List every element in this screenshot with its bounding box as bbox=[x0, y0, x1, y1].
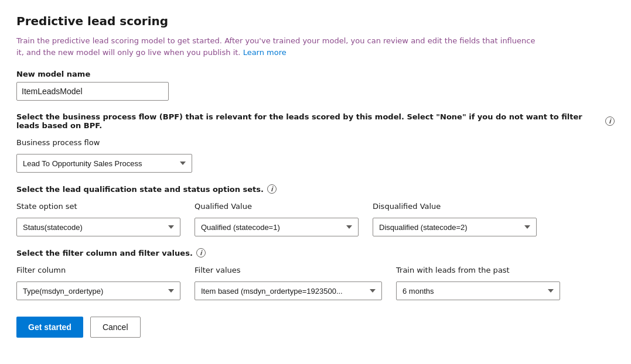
learn-more-link[interactable]: Learn more bbox=[243, 48, 286, 57]
cancel-button[interactable]: Cancel bbox=[90, 317, 141, 338]
model-name-label: New model name bbox=[16, 70, 615, 78]
get-started-button[interactable]: Get started bbox=[16, 317, 83, 338]
button-row: Get started Cancel bbox=[16, 317, 615, 338]
qualified-dropdown[interactable]: Qualified (statecode=1) bbox=[195, 218, 359, 236]
model-name-section: New model name bbox=[16, 70, 615, 101]
filter-col-dropdown[interactable]: Type(msdyn_ordertype) bbox=[16, 281, 180, 300]
filter-val-dropdown[interactable]: Item based (msdyn_ordertype=1923500... bbox=[195, 281, 382, 300]
disqualified-dropdown[interactable]: Disqualified (statecode=2) bbox=[373, 218, 537, 236]
train-label: Train with leads from the past bbox=[396, 266, 560, 274]
bpf-info-icon[interactable]: i bbox=[605, 116, 615, 126]
bpf-label: Business process flow bbox=[16, 138, 615, 147]
qualification-section: Select the lead qualification state and … bbox=[16, 184, 615, 236]
filter-val-dropdown-group: Filter values Item based (msdyn_ordertyp… bbox=[195, 266, 382, 300]
qualified-label: Qualified Value bbox=[195, 202, 359, 211]
model-name-input[interactable] bbox=[16, 82, 169, 101]
qualification-dropdowns-row: State option set Status(statecode) Quali… bbox=[16, 202, 615, 236]
description-text: Train the predictive lead scoring model … bbox=[16, 35, 544, 58]
bpf-section: Select the business process flow (BPF) t… bbox=[16, 112, 615, 173]
filter-col-dropdown-group: Filter column Type(msdyn_ordertype) bbox=[16, 266, 180, 300]
filter-col-label: Filter column bbox=[16, 266, 180, 274]
state-dropdown[interactable]: Status(statecode) bbox=[16, 218, 180, 236]
filter-info-icon[interactable]: i bbox=[196, 248, 206, 257]
train-dropdown-group: Train with leads from the past 6 months … bbox=[396, 266, 560, 300]
filter-instruction: Select the filter column and filter valu… bbox=[16, 248, 615, 257]
bpf-instruction: Select the business process flow (BPF) t… bbox=[16, 112, 615, 130]
page-title: Predictive lead scoring bbox=[16, 14, 615, 28]
disqualified-dropdown-group: Disqualified Value Disqualified (stateco… bbox=[373, 202, 537, 236]
train-dropdown[interactable]: 6 months 3 months 12 months bbox=[396, 281, 560, 300]
filter-section: Select the filter column and filter valu… bbox=[16, 248, 615, 300]
state-dropdown-group: State option set Status(statecode) bbox=[16, 202, 180, 236]
qualification-instruction: Select the lead qualification state and … bbox=[16, 184, 615, 194]
filter-val-label: Filter values bbox=[195, 266, 382, 274]
qualification-info-icon[interactable]: i bbox=[267, 184, 277, 194]
bpf-dropdown-group: Business process flow None Lead To Oppor… bbox=[16, 138, 615, 173]
filter-dropdowns-row: Filter column Type(msdyn_ordertype) Filt… bbox=[16, 266, 615, 300]
bpf-dropdown[interactable]: None Lead To Opportunity Sales Process bbox=[16, 154, 192, 173]
state-label: State option set bbox=[16, 202, 180, 211]
qualified-dropdown-group: Qualified Value Qualified (statecode=1) bbox=[195, 202, 359, 236]
disqualified-label: Disqualified Value bbox=[373, 202, 537, 211]
